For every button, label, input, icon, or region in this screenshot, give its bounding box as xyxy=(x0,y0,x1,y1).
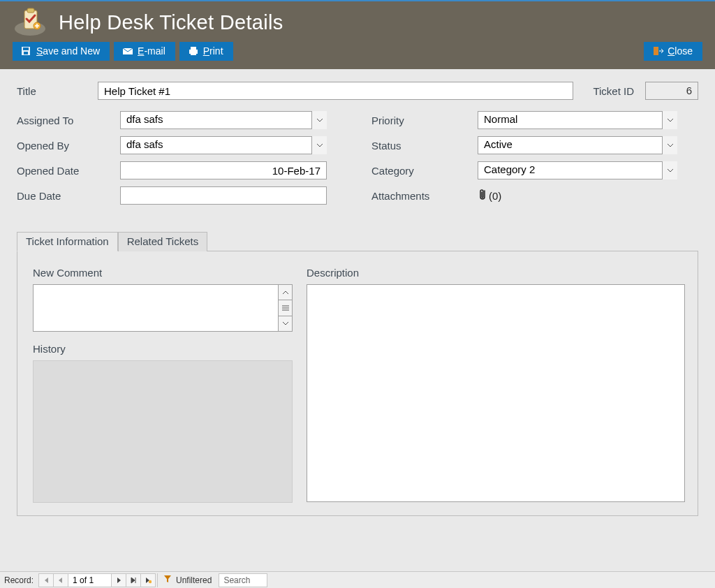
header: Help Desk Ticket Details Save and New E-… xyxy=(0,1,715,69)
filter-status[interactable]: Unfiltered xyxy=(157,573,219,587)
history-label: History xyxy=(33,343,293,355)
assigned-to-label: Assigned To xyxy=(17,115,120,126)
field-status: Status Active xyxy=(371,135,698,156)
status-label: Status xyxy=(371,140,478,152)
close-label: Close xyxy=(668,45,693,57)
paperclip-icon xyxy=(478,189,487,203)
priority-combo[interactable]: Normal xyxy=(478,111,677,129)
search-box[interactable] xyxy=(219,573,267,587)
toolbar: Save and New E-mail Print Close xyxy=(13,42,702,61)
new-comment-input[interactable] xyxy=(34,285,278,331)
title-row-fields: Title Ticket ID 6 xyxy=(17,82,698,100)
tab-ticket-information[interactable]: Ticket Information xyxy=(17,232,118,251)
email-button[interactable]: E-mail xyxy=(114,42,175,61)
new-comment-label: New Comment xyxy=(33,267,293,279)
print-icon xyxy=(188,46,199,56)
title-label: Title xyxy=(17,85,87,97)
page-title: Help Desk Ticket Details xyxy=(59,11,283,34)
field-columns: Assigned To dfa safs Opened By dfa safs … xyxy=(17,110,698,210)
opened-by-label: Opened By xyxy=(17,140,120,152)
col-right: Priority Normal Status Active Category xyxy=(371,110,698,210)
history-box xyxy=(33,360,293,503)
svg-rect-2 xyxy=(27,8,34,13)
attachments-label: Attachments xyxy=(371,190,478,202)
field-priority: Priority Normal xyxy=(371,110,698,131)
save-icon xyxy=(21,46,32,56)
svg-rect-6 xyxy=(24,52,28,54)
opened-by-combo[interactable]: dfa safs xyxy=(120,136,327,154)
print-button[interactable]: Print xyxy=(179,42,233,61)
field-due-date: Due Date xyxy=(17,185,344,206)
filter-icon xyxy=(163,575,172,585)
spin-bar xyxy=(278,285,292,331)
svg-rect-5 xyxy=(23,47,29,50)
email-icon xyxy=(122,46,133,56)
tab-content: New Comment History Description xyxy=(17,267,698,503)
clipboard-icon xyxy=(13,8,47,36)
print-label: Print xyxy=(203,45,223,57)
save-and-new-button[interactable]: Save and New xyxy=(13,42,110,61)
record-navigator: Record: Unfiltered xyxy=(0,571,715,588)
new-comment-wrap xyxy=(33,284,293,332)
priority-label: Priority xyxy=(371,115,478,126)
opened-date-label: Opened Date xyxy=(17,165,120,177)
assigned-to-combo[interactable]: dfa safs xyxy=(120,111,327,129)
field-assigned-to: Assigned To dfa safs xyxy=(17,110,344,131)
category-label: Category xyxy=(371,165,478,177)
svg-rect-11 xyxy=(654,47,658,55)
description-label: Description xyxy=(307,267,685,279)
svg-rect-9 xyxy=(191,47,196,50)
spin-up-button[interactable] xyxy=(279,285,292,300)
due-date-input[interactable] xyxy=(120,186,327,205)
field-attachments: Attachments (0) xyxy=(371,185,698,206)
nav-new-button[interactable] xyxy=(140,573,156,587)
email-label: E-mail xyxy=(138,45,165,57)
close-button[interactable]: Close xyxy=(644,42,702,61)
nav-first-button[interactable] xyxy=(38,573,54,587)
attachments-count: (0) xyxy=(489,190,501,202)
field-opened-by: Opened By dfa safs xyxy=(17,135,344,156)
field-opened-date: Opened Date xyxy=(17,160,344,181)
title-row: Help Desk Ticket Details xyxy=(13,6,702,42)
attachments-control[interactable]: (0) xyxy=(478,189,501,203)
category-combo[interactable]: Category 2 xyxy=(478,161,677,179)
status-combo[interactable]: Active xyxy=(478,136,677,154)
window-root: Help Desk Ticket Details Save and New E-… xyxy=(0,0,715,588)
opened-date-input[interactable] xyxy=(120,161,327,179)
record-position-box[interactable] xyxy=(68,573,112,587)
col-left: Assigned To dfa safs Opened By dfa safs … xyxy=(17,110,344,210)
ticketid-value: 6 xyxy=(645,82,698,100)
nav-prev-button[interactable] xyxy=(53,573,68,587)
nav-next-button[interactable] xyxy=(111,573,126,587)
left-pane: New Comment History xyxy=(33,267,293,503)
spin-down-button[interactable] xyxy=(279,316,292,331)
title-input[interactable] xyxy=(98,82,573,100)
tab-related-tickets[interactable]: Related Tickets xyxy=(118,232,208,251)
due-date-label: Due Date xyxy=(17,190,120,202)
right-pane: Description xyxy=(307,267,685,503)
close-door-icon xyxy=(652,46,663,56)
ticketid-label: Ticket ID xyxy=(593,85,634,97)
svg-point-12 xyxy=(149,580,152,582)
field-category: Category Category 2 xyxy=(371,160,698,181)
tabs-area: Ticket Information Related Tickets New C… xyxy=(17,251,698,516)
nav-last-button[interactable] xyxy=(126,573,141,587)
record-label: Record: xyxy=(0,575,39,585)
spin-menu-button[interactable] xyxy=(279,300,292,316)
tabstrip: Ticket Information Related Tickets xyxy=(17,232,697,251)
form-body: Title Ticket ID 6 Assigned To dfa safs O… xyxy=(0,69,715,588)
description-box[interactable] xyxy=(307,284,685,502)
svg-rect-10 xyxy=(191,52,196,55)
save-and-new-label: Save and New xyxy=(36,45,100,57)
filter-text: Unfiltered xyxy=(176,575,212,585)
